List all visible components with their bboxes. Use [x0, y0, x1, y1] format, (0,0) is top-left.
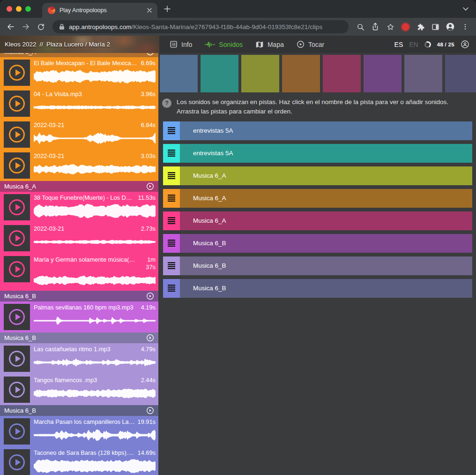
clip-body: Taconeo de Sara Baras (128 kbps).mp314.6… [34, 449, 156, 475]
profile-avatar[interactable] [443, 20, 457, 34]
track-name-button[interactable]: Musica 6_A [180, 189, 472, 208]
reload-button[interactable] [34, 20, 48, 34]
track-name-button[interactable]: Musica 6_A [180, 211, 472, 230]
drag-handle[interactable] [163, 189, 180, 208]
track-color-swatch[interactable] [282, 55, 320, 92]
track-color-swatch[interactable] [241, 55, 279, 92]
drag-handle[interactable] [163, 144, 180, 163]
clip-row: El Baile Mexicapan - El Baile Mexicapan.… [0, 57, 158, 88]
play-triangle-icon [15, 428, 21, 435]
track-color-swatch[interactable] [445, 55, 476, 92]
drag-handle[interactable] [163, 211, 180, 230]
zoom-window-button[interactable] [25, 6, 31, 12]
play-triangle-icon [15, 386, 21, 393]
expand-circle-icon[interactable] [146, 292, 154, 300]
play-ring-icon [9, 309, 25, 325]
tab-tocar[interactable]: Tocar [297, 40, 324, 48]
clip-waveform [34, 99, 156, 115]
track-name: entrevistas 5A [193, 150, 233, 157]
track-row: Musica 6_B [163, 234, 472, 253]
play-button[interactable] [4, 449, 30, 475]
track-section-header[interactable]: Musica 6_B [0, 405, 158, 416]
play-button[interactable] [4, 256, 30, 282]
track-section-header[interactable]: Musica 6_B [0, 332, 158, 343]
minimize-window-button[interactable] [16, 6, 22, 12]
share-button[interactable] [368, 20, 382, 34]
track-name-button[interactable]: entrevistas 5A [180, 121, 472, 140]
track-name: entrevistas 5A [193, 127, 233, 134]
expand-circle-icon[interactable] [146, 182, 154, 190]
account-icon[interactable] [461, 40, 469, 49]
clip-title-row: María y Germán solamente música(maría 2.… [34, 256, 156, 271]
expand-circle-icon[interactable] [146, 334, 154, 342]
track-section-header[interactable]: Musica 6_A [0, 53, 158, 57]
browser-window: Play Antropoloops app.antropoloops.com/K… [0, 0, 476, 475]
zoom-page-icon[interactable] [353, 20, 367, 34]
track-name-button[interactable]: entrevistas 5A [180, 144, 472, 163]
close-tab-icon[interactable] [147, 8, 152, 13]
drag-handle[interactable] [163, 256, 180, 275]
clip-duration: 3.03s [141, 152, 156, 160]
play-button[interactable] [4, 304, 30, 330]
play-button[interactable] [4, 346, 30, 372]
play-ring-icon [9, 261, 25, 277]
back-button[interactable] [4, 20, 18, 34]
track-row: Musica 6_A [163, 211, 472, 230]
breadcrumb[interactable]: Kleos 2022 // Plaza Lucero / María 2 [0, 36, 159, 53]
tab-search-chevron-icon[interactable] [463, 7, 469, 11]
track-section-header[interactable]: Musica 6_A [0, 181, 158, 192]
play-button[interactable] [4, 60, 30, 86]
play-button[interactable] [4, 90, 30, 117]
browser-toolbar: app.antropoloops.com/Kleos-Santa-Marina/… [0, 18, 476, 36]
address-bar[interactable]: app.antropoloops.com/Kleos-Santa-Marina/… [52, 20, 349, 33]
language-en-button[interactable]: EN [409, 41, 418, 48]
play-button[interactable] [4, 418, 30, 445]
breadcrumb-project[interactable]: Kleos 2022 [5, 41, 37, 48]
clip-duration: 11.53s [138, 194, 156, 202]
drag-handle[interactable] [163, 121, 180, 140]
clips-sidebar: Musica 6_AEl Baile Mexicapan - El Baile … [0, 53, 158, 475]
play-button[interactable] [4, 194, 30, 220]
forward-button[interactable] [19, 20, 33, 34]
language-es-button[interactable]: ES [394, 41, 403, 48]
track-name-button[interactable]: Musica 6_B [180, 279, 472, 298]
clip-title-row: 38 Toque Funebre(Muerte) - Los Doce Par.… [34, 194, 156, 202]
expand-circle-icon[interactable] [146, 53, 154, 56]
track-color-swatch[interactable] [160, 55, 198, 92]
track-name-button[interactable]: Musica 6_B [180, 234, 472, 253]
clip-body: Las castañuelas ritmo 1.mp34.79s [34, 346, 156, 372]
track-section-name: Musica 6_B [4, 407, 36, 414]
track-color-swatch[interactable] [323, 55, 361, 92]
extensions-puzzle-icon[interactable] [413, 20, 427, 34]
play-button[interactable] [4, 152, 30, 179]
new-tab-button[interactable] [164, 6, 171, 12]
clip-row: Marcha Pasan los campanilleros Las Mejor… [0, 416, 158, 447]
track-color-swatch[interactable] [201, 55, 238, 92]
play-button[interactable] [4, 225, 30, 251]
clip-row: Taconeo de Sara Baras (128 kbps).mp314.6… [0, 447, 158, 475]
bookmark-star-button[interactable] [383, 20, 397, 34]
track-color-swatch[interactable] [404, 55, 442, 92]
play-button[interactable] [4, 377, 30, 403]
track-section-header[interactable]: Musica 6_B [0, 291, 158, 302]
tab-sonidos[interactable]: Sonidos [205, 41, 243, 48]
play-triangle-icon [15, 100, 21, 107]
tab-info[interactable]: Info [170, 40, 192, 48]
clip-duration: 19.91s [138, 418, 156, 426]
close-window-button[interactable] [7, 6, 12, 12]
side-panel-button[interactable] [428, 20, 442, 34]
tab-mapa[interactable]: Mapa [255, 41, 284, 48]
record-extension-icon[interactable] [398, 20, 412, 34]
breadcrumb-scene[interactable]: Plaza Lucero / María 2 [46, 41, 110, 48]
expand-circle-icon[interactable] [146, 407, 154, 415]
clip-body: María y Germán solamente música(maría 2.… [34, 256, 156, 288]
drag-handle[interactable] [163, 166, 180, 185]
track-name-button[interactable]: Musica 6_A [180, 166, 472, 185]
play-button[interactable] [4, 121, 30, 148]
browser-menu-button[interactable] [458, 20, 472, 34]
track-color-swatch[interactable] [364, 55, 402, 92]
track-name-button[interactable]: Musica 6_B [180, 256, 472, 275]
drag-handle[interactable] [163, 279, 180, 298]
drag-handle[interactable] [163, 234, 180, 253]
browser-tab[interactable]: Play Antropoloops [42, 3, 157, 18]
